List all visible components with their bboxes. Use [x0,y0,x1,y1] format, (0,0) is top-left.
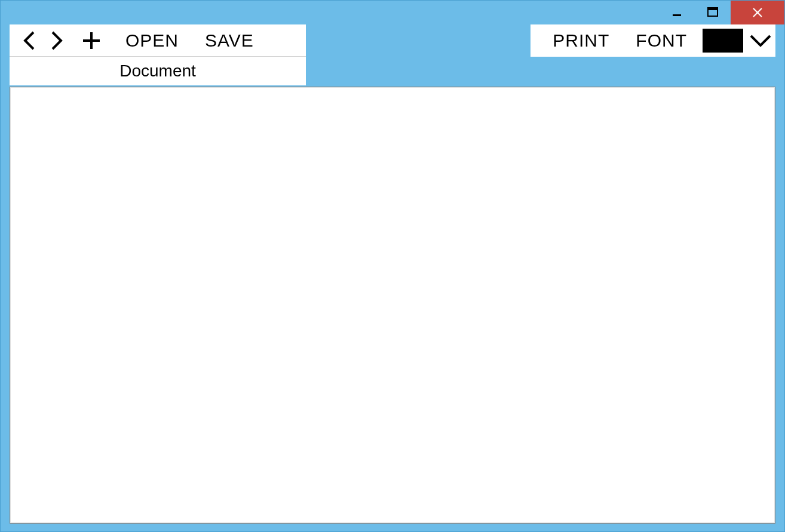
svg-rect-2 [708,8,717,10]
color-swatch[interactable] [703,29,743,53]
print-button[interactable]: PRINT [539,24,623,57]
open-button[interactable]: OPEN [112,24,192,56]
close-icon [752,7,763,18]
maximize-button[interactable] [695,1,731,24]
titlebar [1,1,784,24]
save-button[interactable]: SAVE [192,24,267,56]
toolbar-right: PRINT FONT [531,24,775,57]
toolbar: OPEN SAVE PRINT FONT [1,24,784,57]
close-button[interactable] [731,1,784,24]
tab-document[interactable]: Document [10,57,306,85]
chevron-down-icon [749,33,772,48]
plus-icon [81,30,102,51]
minimize-button[interactable] [659,1,695,24]
tab-label: Document [119,61,196,81]
back-button[interactable] [16,24,43,56]
new-button[interactable] [70,24,112,56]
toolbar-left: OPEN SAVE [10,24,306,57]
maximize-icon [707,7,718,18]
svg-rect-0 [673,14,681,16]
editor[interactable] [10,87,775,524]
chevron-right-icon [49,30,65,51]
minimize-icon [672,8,682,17]
color-dropdown-button[interactable] [746,24,775,57]
tab-row: Document [1,57,784,85]
content-area [1,85,784,532]
forward-button[interactable] [43,24,70,56]
font-button[interactable]: FONT [623,24,700,57]
chevron-left-icon [22,30,37,51]
